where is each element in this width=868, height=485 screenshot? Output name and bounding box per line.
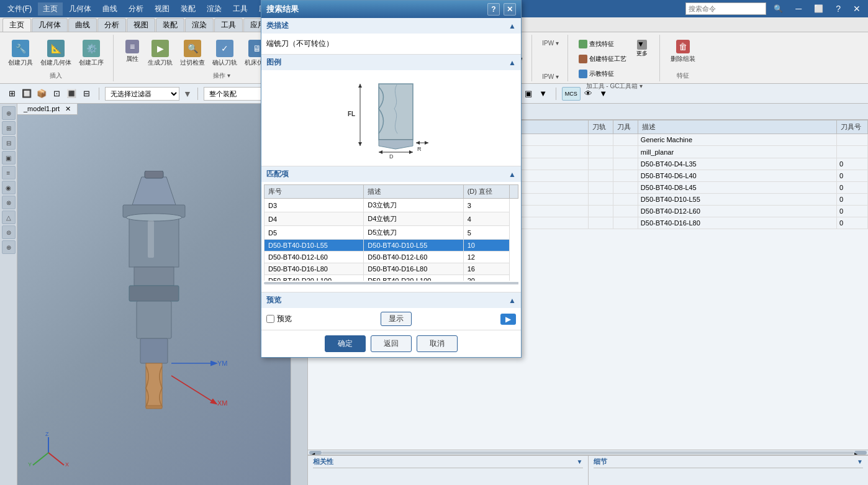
tab-tools[interactable]: 工具 [214, 18, 243, 32]
ok-btn[interactable]: 确定 [325, 335, 366, 352]
preview-checkbox[interactable] [266, 315, 274, 323]
menu-tools[interactable]: 工具 [228, 2, 253, 16]
back-btn[interactable]: 返回 [371, 335, 412, 352]
diagram-toggle[interactable]: ▲ [509, 58, 516, 67]
window-close[interactable]: ✕ [848, 2, 866, 15]
left-icon-6[interactable]: ◉ [2, 181, 16, 194]
create-geom-icon: 📐 [47, 40, 65, 57]
tab-curve[interactable]: 曲线 [68, 18, 97, 32]
category-label: 类描述 [266, 20, 289, 31]
diagram-section-header[interactable]: 图例 ▲ [261, 55, 521, 70]
detail-chevron[interactable]: ▼ [857, 458, 863, 465]
btn-create-feature-craft[interactable]: 创建特征工艺 [576, 52, 630, 66]
nav-scroll-btn-left[interactable]: ◀ [309, 451, 322, 455]
filter-dropdown[interactable]: ▼ [183, 89, 192, 99]
btn-find-feature[interactable]: 查找特征 [576, 37, 630, 51]
left-icon-7[interactable]: ⊗ [2, 196, 16, 209]
tb-icon-mcs[interactable]: MCS [562, 87, 581, 101]
matching-section-header[interactable]: 匹配项 ▲ [261, 166, 521, 182]
window-min[interactable]: ─ [790, 2, 807, 15]
filter-select[interactable]: 无选择过滤器 [105, 87, 179, 101]
nav-scrollbar[interactable]: ◀ ▶ [308, 450, 868, 455]
tb-icon-more4[interactable]: ▼ [597, 87, 610, 101]
table-scroll-x[interactable] [264, 282, 518, 289]
dialog-help-btn[interactable]: ? [487, 3, 500, 16]
menu-home[interactable]: 主页 [38, 2, 63, 16]
tab-home[interactable]: 主页 [2, 18, 31, 32]
menu-curve[interactable]: 曲线 [97, 2, 122, 16]
tab-view[interactable]: 视图 [127, 18, 155, 32]
btn-create-tool[interactable]: 🔧 创建刀具 [5, 37, 36, 70]
left-icon-4[interactable]: ▣ [2, 151, 16, 165]
match-row-1[interactable]: D4 D4立铣刀 4 [264, 212, 518, 226]
btn-confirm-path[interactable]: ✓ 确认刀轨 [209, 37, 240, 70]
left-icon-1[interactable]: ⊕ [2, 106, 16, 120]
match-row-3[interactable]: D50-BT40-D10-L55 D50-BT40-D10-L55 10 [264, 240, 518, 252]
menu-file[interactable]: 文件(F) [2, 2, 37, 16]
op-cell-tool [613, 182, 638, 194]
dialog-close-btn[interactable]: ✕ [504, 3, 516, 16]
tb-icon-obj[interactable]: ▣ [522, 87, 535, 101]
btn-gouge-check[interactable]: 🔍 过切检查 [177, 37, 208, 70]
tb-icon-more3[interactable]: ▼ [536, 87, 550, 101]
menu-assembly[interactable]: 装配 [176, 2, 201, 16]
btn-create-geom[interactable]: 📐 创建几何体 [37, 37, 75, 70]
btn-create-tool-label: 创建刀具 [8, 58, 33, 67]
left-icon-3[interactable]: ⊟ [2, 136, 16, 150]
tb-icon-show[interactable]: 👁 [582, 87, 595, 101]
toolbar-icon-1[interactable]: ⊞ [5, 87, 19, 101]
match-row-5[interactable]: D50-BT40-D16-L80 D50-BT40-D16-L80 16 [264, 263, 518, 275]
btn-show-feature[interactable]: 示教特征 [576, 67, 630, 81]
op-col-path[interactable]: 刀轨 [588, 120, 613, 134]
preview-section-header[interactable]: 预览 ▲ [261, 292, 521, 308]
btn-props[interactable]: ≡ 属性 [121, 37, 143, 66]
preview-action-btn[interactable]: ▶ [500, 314, 516, 325]
btn-del-assembly[interactable]: 🗑 删除组装 [667, 37, 698, 66]
toolbar-icon-6[interactable]: ⊟ [79, 87, 93, 101]
tab-geometry[interactable]: 几何体 [32, 18, 68, 32]
op-col-toolnum[interactable]: 刀具号 [837, 120, 868, 134]
search-icon[interactable]: 🔍 [769, 3, 788, 14]
show-preview-btn[interactable]: 显示 [381, 312, 412, 326]
tab-analysis[interactable]: 分析 [97, 18, 126, 32]
op-col-desc[interactable]: 描述 [638, 120, 836, 134]
left-icon-8[interactable]: △ [2, 211, 16, 224]
op-col-tool[interactable]: 刀具 [613, 120, 638, 134]
toolbar-icon-3[interactable]: 📦 [35, 87, 48, 101]
match-row-6[interactable]: D50-BT40-D20-L100 D50-BT40-D20-L100 20 [264, 275, 518, 281]
left-icon-10[interactable]: ⊕ [2, 240, 16, 254]
category-toggle[interactable]: ▲ [509, 22, 516, 30]
toolbar-icon-5[interactable]: 🔳 [65, 87, 78, 101]
nav-scroll-track[interactable] [322, 451, 854, 454]
tab-render[interactable]: 渲染 [185, 18, 214, 32]
btn-more-gc[interactable]: ▼ 更多 [631, 37, 653, 60]
toolbar-icon-4[interactable]: ⊡ [50, 87, 63, 101]
btn-create-op[interactable]: ⚙️ 创建工序 [76, 37, 107, 70]
matching-toggle[interactable]: ▲ [509, 170, 516, 179]
left-icon-2[interactable]: ⊞ [2, 121, 16, 135]
cancel-btn[interactable]: 取消 [417, 335, 458, 352]
match-row-2[interactable]: D5 D5立铣刀 5 [264, 226, 518, 240]
btn-gen-path[interactable]: ▶ 生成刀轨 [145, 37, 176, 70]
window-help[interactable]: ? [831, 2, 846, 15]
menu-view[interactable]: 视图 [150, 2, 174, 16]
window-restore[interactable]: ⬜ [809, 3, 828, 14]
tab-assembly[interactable]: 装配 [156, 18, 184, 32]
btn-more-gc-label: 更多 [636, 50, 648, 58]
viewport-tab[interactable]: _model1.prt ✕ [17, 104, 78, 115]
left-icon-9[interactable]: ⊜ [2, 225, 16, 239]
related-chevron[interactable]: ▼ [577, 458, 583, 465]
matching-table-scroll[interactable]: 库号 描述 (D) 直径 D3 D3立铣刀 3 D4 D4立铣刀 4 [264, 184, 518, 281]
preview-toggle[interactable]: ▲ [509, 296, 516, 305]
menu-render[interactable]: 渲染 [202, 2, 227, 16]
search-input[interactable] [685, 2, 766, 15]
nav-scroll-btn-right[interactable]: ▶ [854, 451, 867, 455]
toolbar-icon-2[interactable]: 🔲 [20, 87, 34, 101]
left-icon-5[interactable]: ≡ [2, 166, 16, 179]
viewport-tab-close[interactable]: ✕ [65, 105, 71, 112]
category-section-header[interactable]: 类描述 ▲ [261, 18, 521, 34]
match-row-4[interactable]: D50-BT40-D12-L60 D50-BT40-D12-L60 12 [264, 252, 518, 263]
menu-analysis[interactable]: 分析 [124, 2, 148, 16]
match-row-0[interactable]: D3 D3立铣刀 3 [264, 199, 518, 212]
menu-geometry[interactable]: 几何体 [64, 2, 96, 16]
